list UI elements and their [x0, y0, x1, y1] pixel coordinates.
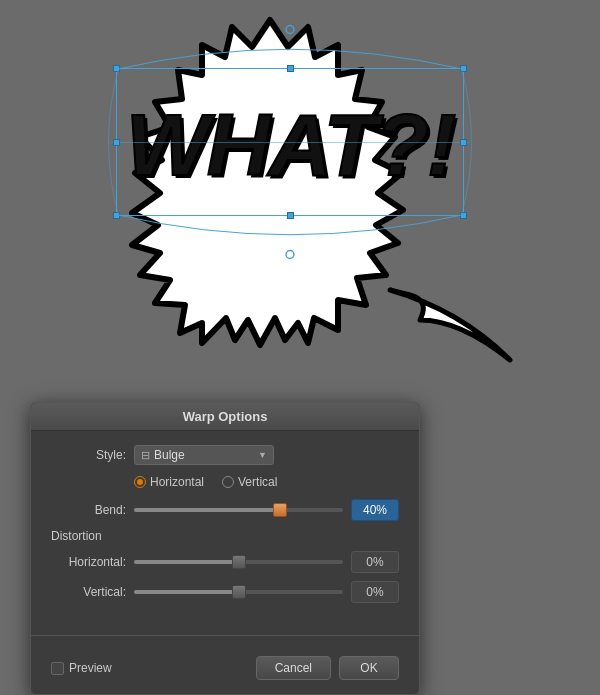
- vert-distortion-slider[interactable]: [134, 590, 343, 594]
- bend-label: Bend:: [51, 503, 126, 517]
- canvas-area: WHAT?!: [0, 0, 600, 370]
- dialog-divider: [31, 635, 419, 636]
- horiz-distortion-label: Horizontal:: [51, 555, 126, 569]
- preview-checkbox[interactable]: Preview: [51, 661, 112, 675]
- orientation-row: Horizontal Vertical: [51, 475, 399, 489]
- vert-distortion-label: Vertical:: [51, 585, 126, 599]
- vert-distortion-fill: [134, 590, 239, 594]
- distortion-heading: Distortion: [51, 529, 399, 543]
- horiz-distortion-slider[interactable]: [134, 560, 343, 564]
- bend-row: Bend: 40%: [51, 499, 399, 521]
- style-dropdown[interactable]: ⊟ Bulge ▼: [134, 445, 274, 465]
- cancel-button[interactable]: Cancel: [256, 656, 331, 680]
- horizontal-radio-label: Horizontal: [150, 475, 204, 489]
- horiz-distortion-value[interactable]: 0%: [351, 551, 399, 573]
- horizontal-radio-button[interactable]: [134, 476, 146, 488]
- artwork-text: WHAT?!: [126, 94, 454, 196]
- canvas-text: WHAT?!: [120, 80, 460, 210]
- horizontal-distortion-row: Horizontal: 0%: [51, 551, 399, 573]
- bend-slider[interactable]: [134, 508, 343, 512]
- vertical-distortion-row: Vertical: 0%: [51, 581, 399, 603]
- bend-value[interactable]: 40%: [351, 499, 399, 521]
- warp-options-dialog: Warp Options Style: ⊟ Bulge ▼ Horizontal: [30, 402, 420, 695]
- horiz-distortion-fill: [134, 560, 239, 564]
- vert-distortion-thumb[interactable]: [232, 585, 246, 599]
- style-label: Style:: [51, 448, 126, 462]
- style-dropdown-icon: ⊟: [141, 449, 150, 462]
- horizontal-radio-option[interactable]: Horizontal: [134, 475, 204, 489]
- dialog-bottom-row: Preview Cancel OK: [31, 646, 419, 694]
- dropdown-arrow-icon: ▼: [258, 450, 267, 460]
- horiz-distortion-thumb[interactable]: [232, 555, 246, 569]
- dialog-body: Style: ⊟ Bulge ▼ Horizontal Vertical: [31, 431, 419, 625]
- style-dropdown-value: Bulge: [154, 448, 185, 462]
- button-group: Cancel OK: [256, 656, 399, 680]
- preview-label: Preview: [69, 661, 112, 675]
- vertical-radio-label: Vertical: [238, 475, 277, 489]
- vert-distortion-value[interactable]: 0%: [351, 581, 399, 603]
- bend-slider-thumb[interactable]: [273, 503, 287, 517]
- ok-button[interactable]: OK: [339, 656, 399, 680]
- bend-slider-fill: [134, 508, 280, 512]
- distortion-section: Distortion Horizontal: 0% Vertical: 0%: [51, 529, 399, 603]
- dialog-title: Warp Options: [31, 403, 419, 431]
- preview-checkbox-box[interactable]: [51, 662, 64, 675]
- style-row: Style: ⊟ Bulge ▼: [51, 445, 399, 465]
- vertical-radio-option[interactable]: Vertical: [222, 475, 277, 489]
- vertical-radio-button[interactable]: [222, 476, 234, 488]
